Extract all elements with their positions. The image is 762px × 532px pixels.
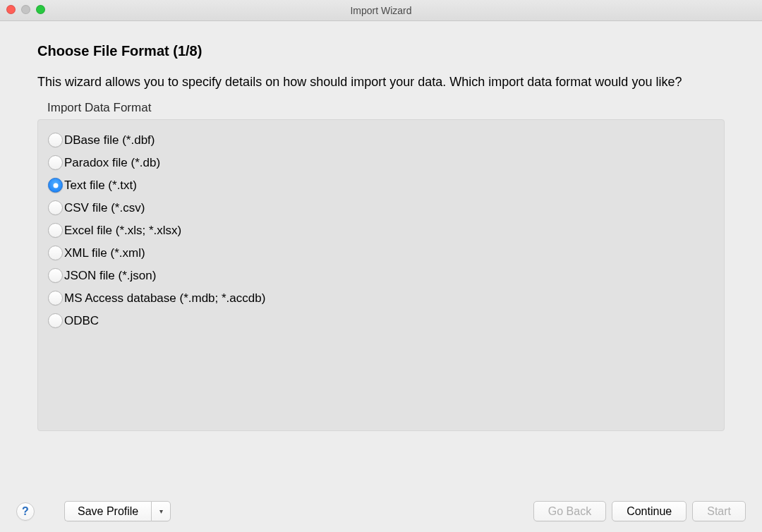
radio-icon[interactable] [48,155,63,170]
format-option[interactable]: MS Access database (*.mdb; *.accdb) [48,291,714,306]
format-option-label: ODBC [64,314,99,328]
traffic-lights [6,5,45,14]
minimize-icon [21,5,30,14]
go-back-button[interactable]: Go Back [533,501,606,521]
format-option[interactable]: DBase file (*.dbf) [48,133,714,147]
radio-icon[interactable] [48,223,63,238]
radio-icon[interactable] [48,291,63,306]
format-option-label: CSV file (*.csv) [64,201,145,215]
radio-icon[interactable] [48,200,63,215]
format-option[interactable]: JSON file (*.json) [48,268,714,283]
radio-icon[interactable] [48,268,63,283]
format-option[interactable]: Text file (*.txt) [48,178,714,193]
radio-icon[interactable] [48,246,63,260]
group-label: Import Data Format [47,101,725,115]
format-option-label: MS Access database (*.mdb; *.accdb) [64,291,265,306]
format-option-label: Text file (*.txt) [64,179,137,193]
format-option-label: DBase file (*.dbf) [64,133,155,147]
format-option-label: Paradox file (*.db) [64,156,160,170]
format-option[interactable]: Paradox file (*.db) [48,155,714,170]
format-options: DBase file (*.dbf)Paradox file (*.db)Tex… [48,133,714,328]
format-option[interactable]: ODBC [48,313,714,328]
titlebar: Import Wizard [0,0,762,21]
format-option-label: JSON file (*.json) [64,269,156,283]
close-icon[interactable] [6,5,16,14]
radio-icon[interactable] [48,178,63,193]
window-root: Import Wizard Choose File Format (1/8) T… [0,0,762,532]
format-option-label: XML file (*.xml) [64,246,145,260]
radio-icon[interactable] [48,133,63,147]
save-profile-split: Save Profile ▾ [64,501,171,521]
format-option[interactable]: Excel file (*.xls; *.xlsx) [48,223,714,238]
format-option-label: Excel file (*.xls; *.xlsx) [64,224,181,238]
format-option[interactable]: CSV file (*.csv) [48,200,714,215]
start-button[interactable]: Start [692,501,746,521]
format-panel: DBase file (*.dbf)Paradox file (*.db)Tex… [37,119,725,431]
window-title: Import Wizard [350,5,411,16]
page-description: This wizard allows you to specify detail… [37,73,725,91]
save-profile-dropdown[interactable]: ▾ [151,501,171,521]
radio-icon[interactable] [48,313,63,328]
chevron-down-icon: ▾ [159,507,163,515]
content-area: Choose File Format (1/8) This wizard all… [0,21,762,431]
zoom-icon[interactable] [36,5,45,14]
footer: ? Save Profile ▾ Go Back Continue Start [0,501,762,521]
save-profile-button[interactable]: Save Profile [64,501,151,521]
continue-button[interactable]: Continue [612,501,687,521]
page-title: Choose File Format (1/8) [37,43,725,59]
format-option[interactable]: XML file (*.xml) [48,246,714,260]
help-button[interactable]: ? [16,502,35,521]
